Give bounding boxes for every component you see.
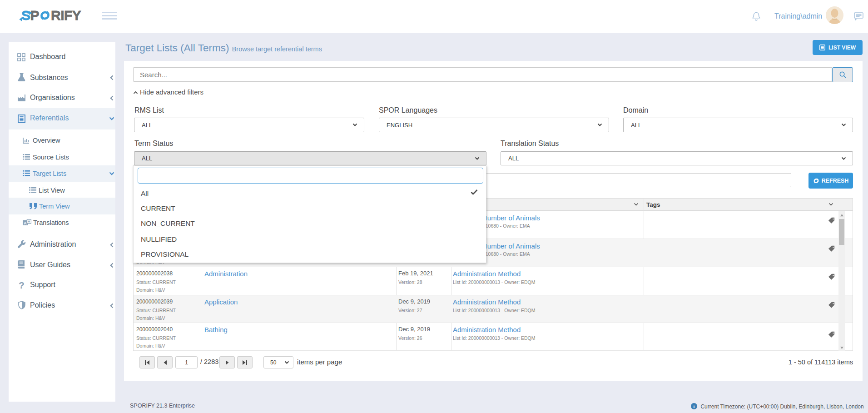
svg-text:A: A <box>24 221 27 225</box>
svg-text:i: i <box>694 404 695 409</box>
svg-text:✱: ✱ <box>28 220 30 223</box>
